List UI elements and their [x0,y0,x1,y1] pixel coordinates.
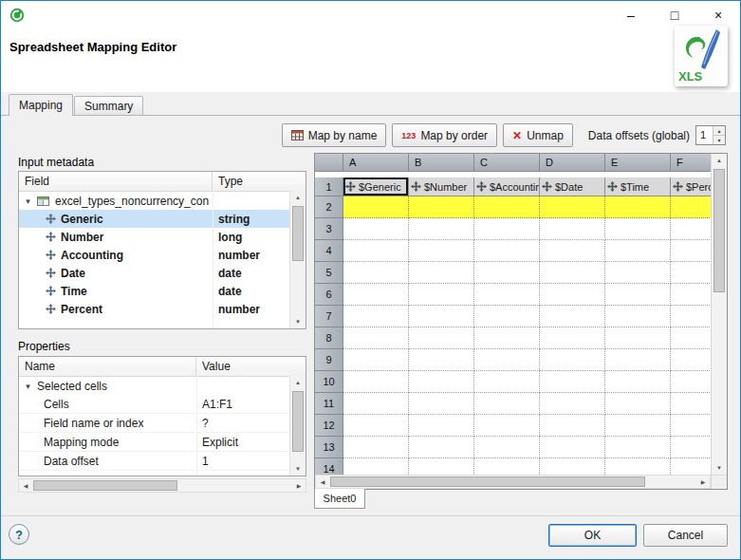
cell-C7[interactable] [474,306,540,327]
mapped-cell-A1[interactable]: $Generic [343,177,409,196]
cell-A2[interactable] [343,196,409,218]
cell-E4[interactable] [605,240,671,262]
spinner-down-icon[interactable]: ▾ [713,136,725,144]
cell-D6[interactable] [540,284,605,306]
cell-C9[interactable] [474,349,540,371]
cell-E2[interactable] [605,196,671,218]
cell-B7[interactable] [409,306,474,327]
name-column-header[interactable]: Name [19,357,196,376]
cell-F7[interactable] [671,306,711,327]
scrollbar-thumb[interactable] [713,169,725,292]
scroll-down-icon[interactable]: ▼ [290,315,306,328]
data-offsets-spinner[interactable]: 1 ▴ ▾ [695,125,726,145]
cell-A5[interactable] [343,262,409,284]
row-header-3[interactable]: 3 [315,218,343,240]
titlebar[interactable]: – □ × [1,1,740,29]
grid-hscrollbar[interactable]: ◀ ▶ [315,475,711,489]
field-column-header[interactable]: Field [19,172,213,191]
cell-E5[interactable] [605,262,671,284]
metadata-field-row-number[interactable]: Numberlong [19,228,306,246]
row-header-1[interactable]: 1 [315,177,343,196]
column-header-D[interactable]: D [540,154,605,172]
mapped-cell-C1[interactable]: $Accounting [474,177,540,196]
cell-F3[interactable] [671,218,711,240]
row-header-13[interactable]: 13 [315,437,343,458]
row-header-5[interactable]: 5 [315,262,343,284]
metadata-field-row-date[interactable]: Datedate [19,264,306,282]
scroll-down-icon[interactable]: ▼ [712,461,727,475]
cell-B5[interactable] [409,262,474,284]
scrollbar-thumb[interactable] [292,391,304,452]
cell-F12[interactable] [671,415,711,437]
column-header-B[interactable]: B [409,154,474,172]
cell-E11[interactable] [605,393,671,415]
cell-D4[interactable] [540,240,605,262]
cell-F14[interactable] [671,458,711,475]
tab-summary[interactable]: Summary [74,96,143,116]
scroll-up-icon[interactable]: ▲ [290,376,306,389]
cell-A9[interactable] [343,349,409,371]
property-row[interactable]: Data offset1 [19,452,306,471]
scroll-up-icon[interactable]: ▲ [712,154,727,167]
cell-F4[interactable] [671,240,711,262]
value-column-header[interactable]: Value [196,357,306,376]
map-by-order-button[interactable]: 123 Map by order [392,123,497,147]
metadata-field-row-percent[interactable]: Percentnumber [19,300,306,318]
row-header-7[interactable]: 7 [315,306,343,327]
metadata-root-row[interactable]: ▾ excel_types_noncurrency_con [19,192,306,210]
property-row[interactable]: CellsA1:F1 [19,395,306,414]
scroll-right-icon[interactable]: ▶ [696,476,710,488]
cell-B12[interactable] [409,415,474,437]
metadata-field-row-time[interactable]: Timedate [19,282,306,300]
cell-B14[interactable] [409,458,474,475]
metadata-field-row-generic[interactable]: Genericstring [19,210,306,228]
cell-D5[interactable] [540,262,605,284]
cell-A8[interactable] [343,327,409,349]
cell-C13[interactable] [474,437,540,458]
cell-D13[interactable] [540,437,605,458]
scrollbar-thumb[interactable] [330,476,645,487]
map-by-name-button[interactable]: Map by name [282,123,387,147]
scrollbar-thumb[interactable] [292,206,304,261]
cell-F9[interactable] [671,349,711,371]
scrollbar-thumb[interactable] [33,480,177,491]
mapped-cell-B1[interactable]: $Number [409,177,474,196]
cell-E10[interactable] [605,371,671,393]
cell-D9[interactable] [540,349,605,371]
cell-F13[interactable] [671,437,711,458]
row-header-9[interactable]: 9 [315,349,343,371]
cell-D3[interactable] [540,218,605,240]
cell-B3[interactable] [409,218,474,240]
cell-F6[interactable] [671,284,711,306]
row-header-10[interactable]: 10 [315,371,343,393]
scroll-up-icon[interactable]: ▲ [290,191,306,204]
cell-B13[interactable] [409,437,474,458]
cell-C4[interactable] [474,240,540,262]
grid-vscrollbar[interactable]: ▲ ▼ [711,154,727,475]
cell-B4[interactable] [409,240,474,262]
column-header-A[interactable]: A [343,154,409,172]
scroll-left-icon[interactable]: ◀ [19,479,32,492]
cell-A13[interactable] [343,437,409,458]
property-row[interactable]: Mapping modeExplicit [19,433,306,452]
cell-C5[interactable] [474,262,540,284]
cell-D14[interactable] [540,458,605,475]
cell-B11[interactable] [409,393,474,415]
scroll-right-icon[interactable]: ▶ [292,479,306,492]
cell-F8[interactable] [671,327,711,349]
cell-A11[interactable] [343,393,409,415]
row-header-6[interactable]: 6 [315,284,343,306]
spinner-up-icon[interactable]: ▴ [713,126,725,136]
cell-F5[interactable] [671,262,711,284]
property-row[interactable]: Field name or index? [19,414,306,433]
cell-D7[interactable] [540,306,605,327]
row-header-4[interactable]: 4 [315,240,343,262]
cell-B6[interactable] [409,284,474,306]
expander-icon[interactable]: ▾ [23,382,33,391]
mapped-cell-D1[interactable]: $Date [540,177,605,196]
cell-E14[interactable] [605,458,671,475]
tab-mapping[interactable]: Mapping [9,94,73,116]
cell-C11[interactable] [474,393,540,415]
cell-D2[interactable] [540,196,605,218]
row-header-11[interactable]: 11 [315,393,343,415]
